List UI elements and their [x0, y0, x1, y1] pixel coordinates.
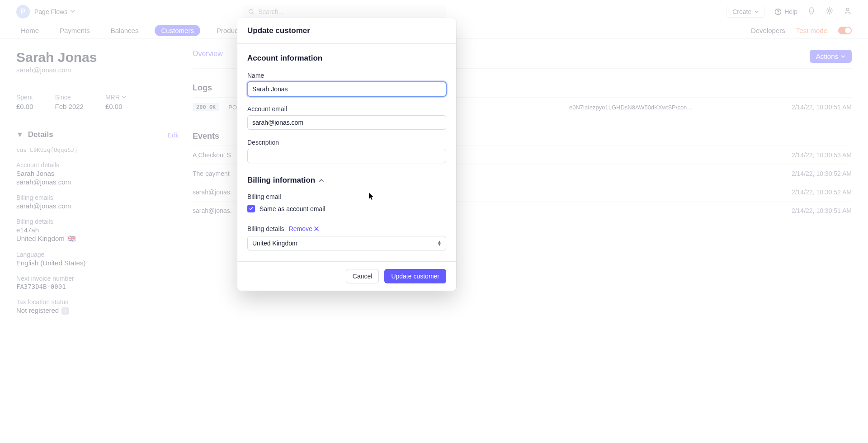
same-as-account-checkbox[interactable] [247, 205, 255, 212]
section-billing-information[interactable]: Billing information [247, 176, 446, 185]
update-customer-modal: Update customer Account information Name… [237, 18, 456, 291]
billing-email-label: Billing email [247, 193, 446, 200]
select-updown-icon: ▲▼ [437, 240, 442, 246]
name-input[interactable] [247, 82, 446, 96]
section-account-information: Account information [247, 54, 446, 63]
close-icon [314, 226, 319, 231]
description-label: Description [247, 139, 446, 146]
modal-title: Update customer [237, 18, 456, 44]
account-email-input[interactable] [247, 115, 446, 130]
chevron-up-icon [319, 178, 324, 183]
country-select[interactable] [247, 236, 446, 250]
check-icon [249, 206, 254, 211]
account-email-label: Account email [247, 105, 446, 113]
billing-details-label: Billing details [247, 225, 284, 232]
update-customer-button[interactable]: Update customer [384, 269, 446, 283]
same-as-account-label: Same as account email [259, 205, 326, 212]
cancel-button[interactable]: Cancel [346, 269, 379, 283]
remove-billing-details[interactable]: Remove [289, 225, 319, 232]
description-input[interactable] [247, 149, 446, 163]
name-label: Name [247, 72, 446, 79]
